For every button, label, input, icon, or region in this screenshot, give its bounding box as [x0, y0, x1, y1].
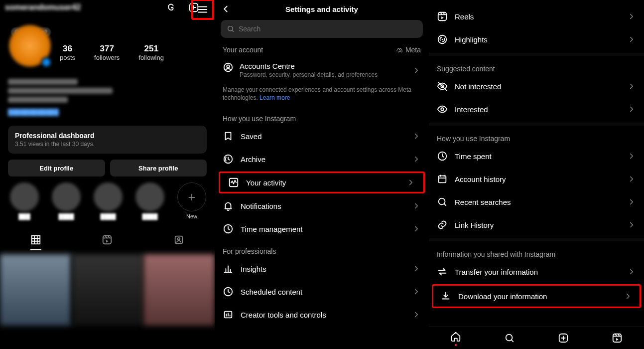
nav-reels[interactable] [611, 332, 624, 345]
bottom-nav [429, 326, 644, 349]
stat-followers[interactable]: 377followers [94, 44, 120, 61]
info-shared-header: Information you shared with Instagram [429, 241, 644, 260]
your-activity-highlight: Your activity [219, 172, 425, 193]
hamburger-menu-icon[interactable] [197, 3, 209, 15]
chevron-right-icon [627, 82, 636, 91]
creator-tools-row[interactable]: Creator tools and controls [215, 303, 429, 326]
chevron-right-icon [412, 132, 421, 141]
highlight-item[interactable] [10, 182, 39, 211]
highlights-row[interactable]: Highlights [429, 28, 644, 51]
threads-icon[interactable] [165, 1, 177, 13]
saved-row[interactable]: Saved [215, 125, 429, 148]
chevron-right-icon [627, 105, 636, 114]
nav-search[interactable] [503, 332, 516, 345]
chevron-right-icon [627, 197, 636, 206]
stat-posts[interactable]: 36posts [60, 44, 75, 61]
time-spent-row[interactable]: Time spent [429, 145, 644, 168]
profile-screen: somerandomuser42 Conversation? 36posts 3… [0, 0, 215, 349]
professional-dashboard-card[interactable]: Professional dashboard 3.51 views in the… [8, 126, 207, 154]
bio-link[interactable]: ████████████ [8, 109, 59, 116]
highlight-item[interactable] [135, 182, 164, 211]
your-account-header: Your account [223, 46, 263, 54]
share-profile-button[interactable]: Share profile [110, 160, 207, 176]
transfer-info-row[interactable]: Transfer your information [429, 260, 644, 283]
download-info-row[interactable]: Download your information [436, 289, 637, 304]
clock-icon [223, 223, 234, 234]
chevron-right-icon [406, 178, 415, 187]
eye-off-icon [437, 81, 448, 92]
account-history-row[interactable]: Account history [429, 168, 644, 190]
bell-icon [223, 200, 234, 211]
pro-dash-sub: 3.51 views in the last 30 days. [15, 141, 200, 148]
post-thumb[interactable] [72, 254, 143, 326]
username[interactable]: somerandomuser42 [5, 3, 81, 12]
clock-icon [437, 151, 448, 162]
archive-row[interactable]: Archive [215, 148, 429, 171]
eye-icon [437, 104, 448, 115]
recent-searches-row[interactable]: Recent searches [429, 190, 644, 213]
search-bar[interactable] [221, 20, 423, 38]
calendar-icon [437, 174, 448, 184]
settings-screen: Settings and activity Your account Meta … [215, 0, 429, 349]
reels-icon [437, 11, 448, 22]
archive-icon [223, 154, 234, 165]
link-icon [437, 219, 448, 230]
story-highlights-row[interactable]: ███ ████ ████ ████ +New [10, 182, 205, 219]
accounts-helper-text: Manage your connected experiences and ac… [215, 84, 429, 108]
download-icon [440, 291, 451, 302]
chevron-right-icon [412, 264, 421, 273]
suggested-content-header: Suggested content [429, 56, 644, 75]
highlights-icon [437, 34, 448, 45]
search-input[interactable] [239, 25, 417, 33]
clock-icon [223, 286, 234, 297]
link-history-row[interactable]: Link History [429, 213, 644, 236]
how-you-use-header: How you use Instagram [215, 108, 429, 125]
stat-following[interactable]: 251following [138, 44, 164, 61]
reels-row[interactable]: Reels [429, 5, 644, 28]
nav-create[interactable] [557, 332, 570, 345]
nav-home[interactable] [449, 330, 462, 343]
tab-tagged[interactable] [173, 234, 184, 250]
settings-screen-continued: Reels Highlights Suggested content Not i… [429, 0, 644, 349]
activity-icon [228, 177, 239, 188]
chevron-right-icon [412, 66, 421, 75]
post-thumb[interactable] [0, 254, 71, 326]
tab-grid[interactable] [30, 234, 41, 250]
chevron-right-icon [627, 220, 636, 229]
edit-profile-button[interactable]: Edit profile [8, 160, 105, 176]
scheduled-content-row[interactable]: Scheduled content [215, 280, 429, 303]
tab-reels[interactable] [102, 234, 113, 250]
post-thumb[interactable] [143, 254, 215, 326]
for-professionals-header: For professionals [215, 240, 429, 257]
time-management-row[interactable]: Time management [215, 217, 429, 240]
chevron-right-icon [412, 224, 421, 233]
accounts-centre-row[interactable]: Accounts Centre Password, security, pers… [215, 58, 429, 84]
bio-block [8, 79, 113, 106]
highlight-item[interactable] [52, 182, 81, 211]
chevron-right-icon [627, 267, 636, 276]
chevron-right-icon [627, 174, 636, 183]
bookmark-icon [223, 131, 234, 142]
interested-row[interactable]: Interested [429, 98, 644, 121]
posts-grid [0, 254, 215, 326]
your-activity-row[interactable]: Your activity [224, 177, 419, 188]
highlight-item[interactable] [94, 182, 123, 211]
pro-dash-title: Professional dashboard [15, 132, 200, 140]
transfer-icon [437, 266, 448, 277]
profile-tabs [0, 234, 215, 256]
not-interested-row[interactable]: Not interested [429, 75, 644, 98]
profile-circle-icon [223, 62, 234, 73]
highlight-add[interactable]: + [177, 182, 206, 211]
chevron-right-icon [412, 310, 421, 319]
chevron-right-icon [627, 152, 636, 161]
how-you-use-header-2: How you use Instagram [429, 126, 644, 145]
search-icon [437, 196, 448, 207]
insights-row[interactable]: Insights [215, 257, 429, 280]
chevron-right-icon [412, 155, 421, 164]
tools-icon [223, 309, 234, 320]
menu-button-highlight [191, 0, 214, 20]
chevron-right-icon [412, 287, 421, 296]
settings-title: Settings and activity [219, 5, 425, 13]
notifications-row[interactable]: Notifications [215, 194, 429, 217]
learn-more-link[interactable]: Learn more [259, 94, 290, 101]
